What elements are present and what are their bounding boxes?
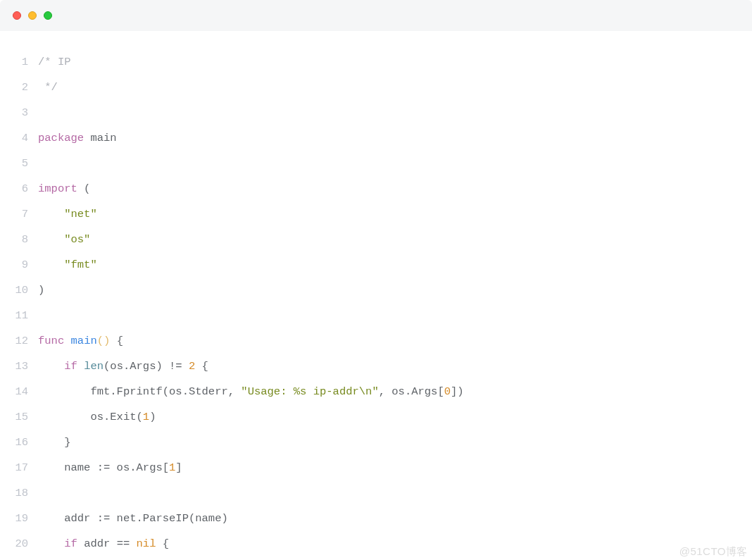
code-token: {: [110, 335, 123, 347]
code-line: 20 if addr == nil {: [0, 531, 752, 556]
code-token: [64, 335, 70, 347]
code-content: */: [38, 75, 58, 100]
code-line: 14 fmt.Fprintf(os.Stderr, "Usage: %s ip-…: [0, 379, 752, 404]
line-number: 2: [0, 75, 38, 100]
line-number: 20: [0, 531, 38, 556]
code-content: func main() {: [38, 328, 123, 354]
line-number: 14: [0, 379, 38, 404]
line-number: 7: [0, 201, 38, 227]
code-content: fmt.Fprintf(os.Stderr, "Usage: %s ip-add…: [38, 379, 464, 404]
line-number: 9: [0, 252, 38, 278]
code-line: 2 */: [0, 75, 752, 100]
code-token: [77, 360, 84, 373]
code-token: [38, 360, 64, 373]
code-line: 7 "net": [0, 201, 752, 227]
code-token: main: [71, 335, 97, 347]
code-content: "net": [38, 201, 97, 227]
code-token: package: [38, 132, 84, 144]
line-number: 19: [0, 506, 38, 531]
code-token: ]): [451, 385, 464, 398]
code-token: 0: [444, 385, 451, 398]
code-content: ): [38, 278, 44, 303]
line-number: 18: [0, 480, 38, 506]
line-number: 17: [0, 455, 38, 480]
code-token: ): [38, 284, 44, 297]
code-content: "fmt": [38, 252, 97, 278]
line-number: 12: [0, 328, 38, 354]
minimize-icon[interactable]: [28, 11, 37, 20]
line-number: 15: [0, 404, 38, 430]
line-number: 11: [0, 303, 38, 328]
code-token: main: [84, 132, 117, 144]
code-token: addr := net.ParseIP(name): [38, 512, 228, 525]
code-content: }: [38, 430, 71, 455]
code-line: 3: [0, 100, 752, 125]
code-token: */: [38, 81, 58, 94]
code-line: 5: [0, 151, 752, 176]
zoom-icon[interactable]: [44, 11, 52, 20]
code-line: 15 os.Exit(1): [0, 404, 752, 430]
line-number: 4: [0, 125, 38, 151]
code-token: nil: [137, 537, 156, 550]
code-token: 1: [143, 411, 149, 423]
code-line: 10): [0, 278, 752, 303]
code-token: {: [195, 360, 208, 373]
code-token: , os.Args[: [379, 385, 444, 398]
code-token: "fmt": [64, 259, 97, 271]
code-token: [38, 208, 64, 220]
code-token: if: [64, 360, 77, 373]
code-line: 17 name := os.Args[1]: [0, 455, 752, 480]
line-number: 10: [0, 278, 38, 303]
code-line: 1/* IP: [0, 49, 752, 75]
line-number: 6: [0, 176, 38, 201]
watermark: @51CTO博客: [679, 545, 748, 559]
line-number: 16: [0, 430, 38, 455]
line-number: 8: [0, 227, 38, 252]
code-token: name := os.Args[: [38, 461, 169, 474]
code-content: "os": [38, 227, 90, 252]
code-token: ]: [175, 461, 182, 474]
close-icon[interactable]: [13, 11, 21, 20]
code-token: }: [38, 436, 71, 449]
code-content: /* IP: [38, 49, 71, 75]
line-number: 13: [0, 354, 38, 379]
code-line: 12func main() {: [0, 328, 752, 354]
code-token: [38, 259, 64, 271]
code-token: addr ==: [77, 537, 137, 550]
code-token: len: [84, 360, 104, 373]
code-token: (os.Args) !=: [104, 360, 189, 373]
line-number: 3: [0, 100, 38, 125]
code-token: fmt.Fprintf(os.Stderr,: [38, 385, 241, 398]
code-content: if len(os.Args) != 2 {: [38, 354, 208, 379]
code-token: 2: [189, 360, 195, 373]
code-line: 18: [0, 480, 752, 506]
code-line: 16 }: [0, 430, 752, 455]
code-line: 11: [0, 303, 752, 328]
line-number: 1: [0, 49, 38, 75]
code-line: 9 "fmt": [0, 252, 752, 278]
code-token: os.Exit(: [38, 411, 143, 423]
code-token: [38, 233, 64, 246]
line-number: 5: [0, 151, 38, 176]
code-line: 13 if len(os.Args) != 2 {: [0, 354, 752, 379]
code-token: import: [38, 182, 77, 195]
code-window: 1/* IP2 */34package main56import (7 "net…: [0, 0, 752, 560]
code-token: 1: [169, 461, 175, 474]
code-token: [38, 537, 64, 550]
code-token: func: [38, 335, 64, 347]
code-token: "Usage: %s ip-addr\n": [241, 385, 378, 398]
code-token: /* IP: [38, 56, 71, 68]
code-line: 6import (: [0, 176, 752, 201]
titlebar: [0, 0, 752, 31]
code-content: addr := net.ParseIP(name): [38, 506, 228, 531]
code-token: (): [97, 335, 111, 347]
code-content: if addr == nil {: [38, 531, 169, 556]
code-line: 19 addr := net.ParseIP(name): [0, 506, 752, 531]
code-token: {: [156, 537, 169, 550]
code-line: 8 "os": [0, 227, 752, 252]
code-content: package main: [38, 125, 117, 151]
code-token: "net": [64, 208, 97, 220]
code-token: ): [149, 411, 156, 423]
code-content: os.Exit(1): [38, 404, 156, 430]
code-token: if: [64, 537, 77, 550]
